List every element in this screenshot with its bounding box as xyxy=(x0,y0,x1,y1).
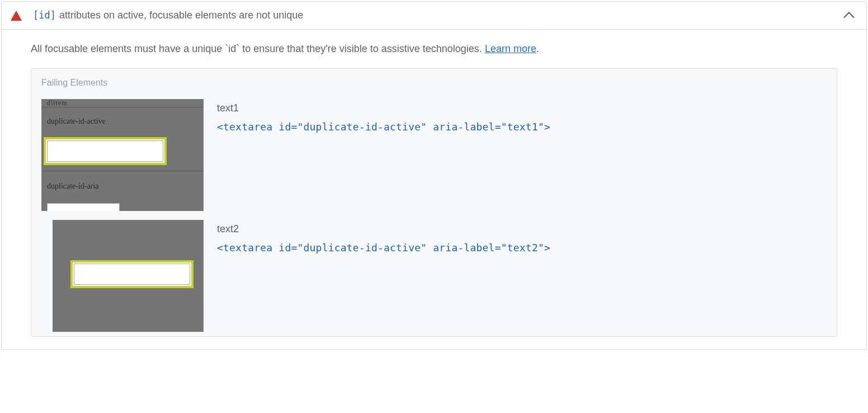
failing-item[interactable]: text2 <textarea id="duplicate-id-active"… xyxy=(31,215,837,336)
description-period: . xyxy=(536,43,539,54)
failing-item-body: text2 <textarea id="duplicate-id-active"… xyxy=(217,220,827,332)
divider-line xyxy=(41,107,204,107)
thumb-section-label: duplicate-id-aria xyxy=(47,182,99,191)
thumb-section-label: duplicate-id-active xyxy=(47,117,106,126)
chevron-up-icon[interactable] xyxy=(843,12,855,23)
element-thumbnail xyxy=(41,220,204,332)
code-badge: [id] xyxy=(33,10,56,21)
failing-item[interactable]: dlitem duplicate-id-active duplicate-id-… xyxy=(31,95,837,215)
learn-more-link[interactable]: Learn more xyxy=(485,43,536,54)
failing-item-body: text1 <textarea id="duplicate-id-active"… xyxy=(217,99,827,211)
element-snippet: <textarea id="duplicate-id-active" aria-… xyxy=(217,242,827,254)
audit-card: [id] attributes on active, focusable ele… xyxy=(1,1,867,350)
thumb-cut-label: dlitem xyxy=(47,99,68,107)
highlight-box xyxy=(44,137,167,165)
element-label: text2 xyxy=(217,223,827,235)
audit-title: [id] attributes on active, focusable ele… xyxy=(33,10,845,21)
description-text: All focusable elements must have a uniqu… xyxy=(31,43,485,54)
title-text: attributes on active, focusable elements… xyxy=(59,10,303,21)
highlight-box xyxy=(70,260,194,288)
thumbnail-image xyxy=(53,220,204,332)
partial-box xyxy=(47,203,120,211)
thumbnail-image: dlitem duplicate-id-active duplicate-id-… xyxy=(41,99,204,211)
audit-header[interactable]: [id] attributes on active, focusable ele… xyxy=(2,2,866,30)
failing-elements-header: Failing Elements xyxy=(31,69,837,95)
element-snippet: <textarea id="duplicate-id-active" aria-… xyxy=(217,121,827,133)
element-thumbnail: dlitem duplicate-id-active duplicate-id-… xyxy=(41,99,204,211)
audit-description: All focusable elements must have a uniqu… xyxy=(2,30,866,68)
element-label: text1 xyxy=(217,102,827,114)
error-triangle-icon xyxy=(11,11,22,21)
failing-elements-panel: Failing Elements dlitem duplicate-id-act… xyxy=(31,68,837,337)
divider-line xyxy=(41,171,204,171)
